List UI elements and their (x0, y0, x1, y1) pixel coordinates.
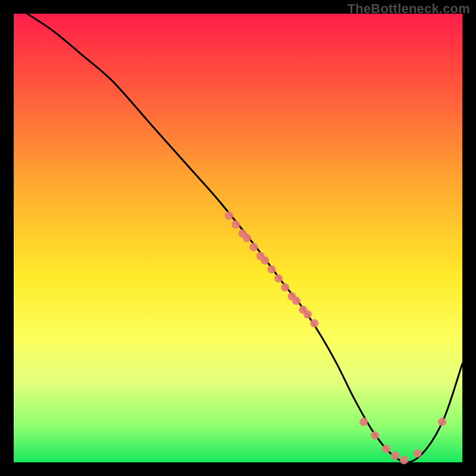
highlight-point (292, 297, 300, 305)
highlight-point (400, 456, 408, 464)
highlight-point (438, 418, 446, 426)
highlight-point (225, 211, 233, 220)
highlight-point (268, 265, 276, 274)
highlight-point (310, 319, 318, 327)
highlight-point (249, 243, 258, 251)
plot-area (14, 14, 462, 462)
highlight-point (382, 444, 390, 453)
highlight-point (274, 274, 283, 283)
chart-stage: TheBottleneck.com (0, 0, 476, 476)
highlight-point (243, 234, 251, 242)
highlight-point (391, 452, 399, 460)
highlight-point (359, 418, 368, 426)
highlight-point (371, 431, 379, 440)
highlight-point (231, 220, 240, 228)
highlight-point (261, 256, 269, 265)
highlight-point (414, 449, 422, 458)
curve-svg (14, 14, 462, 462)
highlight-point (303, 310, 312, 318)
highlight-point (281, 283, 289, 292)
